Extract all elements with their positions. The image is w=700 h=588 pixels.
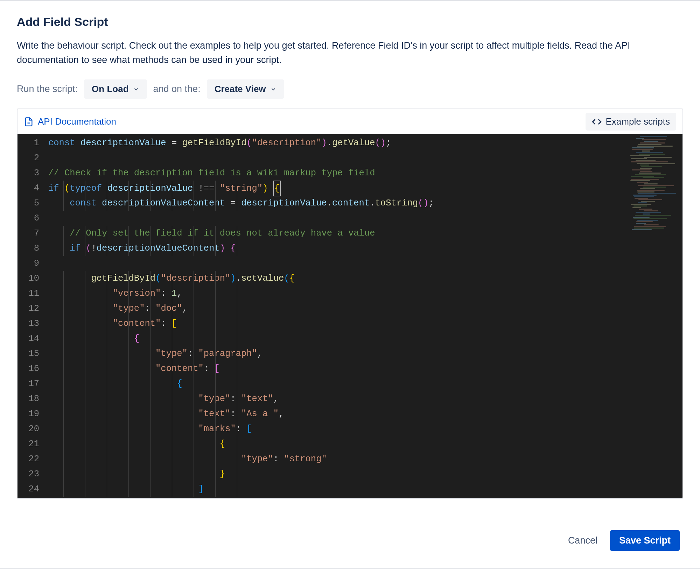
line-number: 13 [22,316,39,331]
code-line[interactable]: if (typeof descriptionValue !== "string"… [48,181,682,196]
example-scripts-label: Example scripts [606,116,670,127]
line-number: 9 [22,256,39,271]
line-number: 16 [22,361,39,376]
code-line[interactable]: if (!descriptionValueContent) { [48,241,682,256]
code-line[interactable]: // Only set the field if it does not alr… [48,226,682,241]
line-number: 5 [22,196,39,211]
api-documentation-link[interactable]: API Documentation [24,116,116,127]
line-number: 8 [22,241,39,256]
cancel-button[interactable]: Cancel [565,530,600,551]
line-number: 17 [22,376,39,391]
modal-title: Add Field Script [17,15,683,29]
add-field-script-modal: Add Field Script Write the behaviour scr… [0,0,700,569]
line-number: 4 [22,181,39,196]
code-line[interactable]: "type": "text", [48,391,682,406]
code-line[interactable]: const descriptionValueContent = descript… [48,196,682,211]
example-scripts-button[interactable]: Example scripts [586,113,677,131]
code-line[interactable]: { [48,331,682,346]
code-line[interactable] [48,150,682,166]
code-line[interactable]: getFieldById("description").setValue({ [48,271,682,286]
code-line[interactable]: { [48,436,682,451]
run-label-mid: and on the: [153,84,201,94]
code-line[interactable]: { [48,376,682,391]
line-number: 10 [22,271,39,286]
code-line[interactable] [48,256,682,271]
code-line[interactable]: // Check if the description field is a w… [48,166,682,181]
line-number: 20 [22,421,39,436]
code-line[interactable]: "type": "paragraph", [48,346,682,361]
line-number: 22 [22,451,39,467]
code-icon [592,117,602,127]
code-line[interactable]: "content": [ [48,316,682,331]
chevron-down-icon [133,86,139,92]
run-label-prefix: Run the script: [17,84,78,94]
code-editor-area[interactable]: 123456789101112131415161718192021222324 … [18,134,682,498]
line-number: 23 [22,467,39,482]
line-number: 14 [22,331,39,346]
code-line[interactable] [48,211,682,226]
line-number: 2 [22,150,39,166]
script-editor: API Documentation Example scripts 123456… [17,108,683,499]
code-line[interactable]: "version": 1, [48,286,682,301]
editor-toolbar: API Documentation Example scripts [18,109,682,134]
code-line[interactable]: "marks": [ [48,421,682,436]
document-icon [24,117,34,127]
line-number: 21 [22,436,39,451]
line-number: 18 [22,391,39,406]
line-number: 24 [22,482,39,497]
code-line[interactable]: ] [48,482,682,497]
view-dropdown-value: Create View [215,84,266,94]
api-link-label: API Documentation [38,116,116,127]
line-number: 19 [22,406,39,421]
code-line[interactable]: const descriptionValue = getFieldById("d… [48,135,682,150]
line-number: 3 [22,166,39,181]
line-number: 12 [22,301,39,316]
code-line[interactable]: "text": "As a ", [48,406,682,421]
code-line[interactable]: "content": [ [48,361,682,376]
trigger-dropdown-value: On Load [92,84,128,94]
line-number-gutter: 123456789101112131415161718192021222324 [18,134,46,498]
line-number: 7 [22,226,39,241]
modal-description: Write the behaviour script. Check out th… [17,38,683,67]
chevron-down-icon [270,86,276,92]
line-number: 1 [22,135,39,150]
trigger-dropdown[interactable]: On Load [84,79,147,99]
line-number: 15 [22,346,39,361]
code-content[interactable]: const descriptionValue = getFieldById("d… [46,134,682,498]
line-number: 6 [22,211,39,226]
code-line[interactable]: "type": "strong" [48,451,682,467]
view-dropdown[interactable]: Create View [207,79,284,99]
line-number: 11 [22,286,39,301]
modal-footer: Cancel Save Script [17,499,683,558]
code-line[interactable]: } [48,467,682,482]
run-script-row: Run the script: On Load and on the: Crea… [17,79,683,99]
save-script-button[interactable]: Save Script [610,530,680,551]
code-line[interactable]: "type": "doc", [48,301,682,316]
